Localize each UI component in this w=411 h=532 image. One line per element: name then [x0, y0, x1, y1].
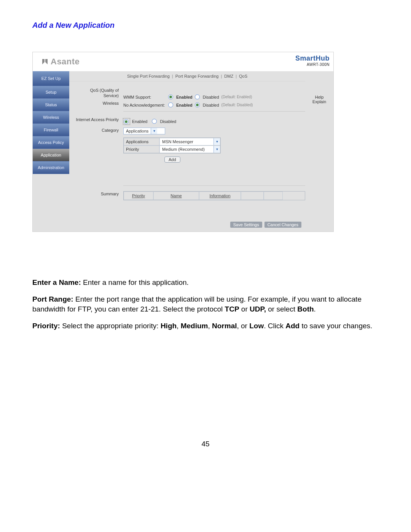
comma1: , [177, 322, 181, 330]
priority-text-a: Select the appropriate priority: [60, 322, 161, 330]
sidebar-item-wireless[interactable]: Wireless [33, 111, 69, 124]
sidebar-item-firewall[interactable]: Firewall [33, 124, 69, 136]
subnav-divider: | [220, 74, 223, 78]
priority-text-b: . Click [264, 322, 285, 330]
sidebar-item-status[interactable]: Status [33, 99, 69, 111]
cancel-changes-button[interactable]: Cancel Changes [264, 222, 301, 228]
wmm-support-label: WMM Support: [123, 95, 166, 99]
sidebar-item-label: Firewall [44, 128, 58, 132]
category-label: Category [69, 128, 119, 133]
subnav-divider: | [171, 74, 174, 78]
save-settings-button[interactable]: Save Settings [230, 222, 262, 228]
port-range-text-b: or select [266, 305, 297, 313]
sidebar-item-ez-set-up[interactable]: EZ Set Up [33, 71, 69, 86]
or-text: or [239, 305, 250, 313]
summary-col-empty-2 [264, 192, 283, 200]
priority-dropdown-value: Medium (Recommend) [160, 147, 213, 152]
brand-name: Asante [51, 57, 80, 66]
sidebar-item-label: Application [41, 153, 61, 157]
wmm-enabled-radio[interactable] [168, 94, 173, 99]
qos-label-line1: QoS (Quality of [69, 88, 119, 93]
noack-default-hint: (Default: Disabled) [221, 103, 253, 107]
port-range-label: Port Range: [32, 295, 73, 303]
sub-navigation: Single Port Forwarding| Port Range Forwa… [69, 71, 305, 81]
divider [123, 185, 305, 186]
applications-dropdown[interactable]: MSN Messenger ▾ [160, 138, 220, 145]
iap-enabled-radio[interactable] [124, 119, 129, 124]
category-dropdown[interactable]: Applications ▾ [123, 128, 165, 134]
add-button[interactable]: Add [164, 157, 180, 163]
noack-enabled-radio[interactable] [168, 102, 173, 107]
low-text: Low [249, 322, 264, 330]
product-model: AWRT-300N [295, 62, 330, 67]
enter-name-text: Enter a name for this application. [81, 278, 189, 286]
medium-text: Medium [181, 322, 208, 330]
subnav-item[interactable]: QoS [239, 74, 247, 78]
qos-section-label: QoS (Quality of Service) Wireless [69, 88, 122, 114]
help-panel: Help Explain [305, 71, 333, 232]
help-link[interactable]: Help [305, 95, 333, 99]
sidebar-nav: EZ Set Up Setup Status Wireless Firewall… [33, 71, 69, 232]
summary-table: Priority Name Information [123, 191, 305, 200]
product-name: SmartHub [295, 54, 330, 62]
chevron-down-icon: ▾ [151, 128, 157, 134]
subnav-divider: | [235, 74, 237, 78]
instruction-priority: Priority: Select the appropriate priorit… [32, 321, 382, 331]
add-text: Add [285, 322, 299, 330]
sidebar-item-application[interactable]: Application [33, 149, 69, 161]
sidebar-item-administration[interactable]: Administration [33, 161, 69, 174]
applications-dropdown-value: MSN Messenger [160, 139, 213, 144]
chevron-down-icon: ▾ [213, 138, 220, 145]
qos-label-line2: Service) [69, 93, 119, 98]
comma3: , or [237, 322, 249, 330]
port-range-end: . [314, 305, 316, 313]
comma2: , [208, 322, 212, 330]
sidebar-item-label: Status [45, 102, 57, 107]
noack-disabled-radio[interactable] [195, 102, 200, 107]
category-dropdown-value: Applications [124, 129, 151, 133]
instructions-block: Enter a Name: Enter a name for this appl… [32, 278, 382, 331]
normal-text: Normal [212, 322, 237, 330]
page-number: 45 [0, 440, 411, 448]
doc-heading: Add a New Application [32, 21, 382, 30]
sidebar-item-label: EZ Set Up [41, 76, 61, 81]
wmm-disabled-radio[interactable] [195, 94, 200, 99]
iap-disabled-radio[interactable] [152, 119, 157, 124]
summary-col-information[interactable]: Information [199, 192, 241, 200]
sidebar-item-setup[interactable]: Setup [33, 86, 69, 99]
chevron-down-icon: ▾ [213, 146, 220, 153]
action-bar: Save Settings Cancel Changes [69, 217, 305, 232]
subnav-item[interactable]: Port Range Forwarding [175, 74, 219, 78]
product-branding: SmartHub AWRT-300N [295, 54, 330, 67]
ui-header: Asante SmartHub AWRT-300N [33, 52, 333, 71]
iap-enabled-text: Enabled [132, 119, 147, 124]
qos-label-line3: Wireless [69, 101, 119, 106]
priority-dropdown[interactable]: Medium (Recommend) ▾ [160, 146, 220, 153]
explain-link[interactable]: Explain [305, 99, 333, 104]
applications-field-label: Applications [124, 138, 159, 145]
noack-enabled-text: Enabled [176, 103, 193, 107]
high-text: High [161, 322, 177, 330]
enter-name-label: Enter a Name: [32, 278, 81, 286]
router-admin-ui: Asante SmartHub AWRT-300N EZ Set Up Setu… [32, 52, 334, 232]
wmm-enabled-text: Enabled [176, 95, 193, 99]
divider [123, 111, 305, 112]
iap-label: Internet Access Priority [69, 117, 119, 122]
summary-col-empty-1 [241, 192, 264, 200]
summary-col-name[interactable]: Name [153, 192, 199, 200]
summary-col-priority[interactable]: Priority [124, 192, 153, 200]
iap-disabled-text: Disabled [160, 119, 176, 124]
main-content: Single Port Forwarding| Port Range Forwa… [69, 71, 305, 232]
sidebar-item-label: Setup [46, 90, 57, 94]
sidebar-item-label: Access Policy [38, 140, 64, 145]
summary-section-label: Summary [69, 191, 122, 200]
subnav-item[interactable]: Single Port Forwarding [127, 74, 170, 78]
sidebar-item-access-policy[interactable]: Access Policy [33, 136, 69, 149]
subnav-item[interactable]: DMZ [224, 74, 233, 78]
sidebar-item-label: Administration [38, 165, 64, 170]
brand-logo-mark-icon [42, 59, 49, 64]
priority-field-label: Priority [124, 145, 159, 153]
brand-logo: Asante [42, 57, 80, 67]
udp-text: UDP, [250, 305, 266, 313]
instruction-port-range: Port Range: Enter the port range that th… [32, 294, 382, 314]
